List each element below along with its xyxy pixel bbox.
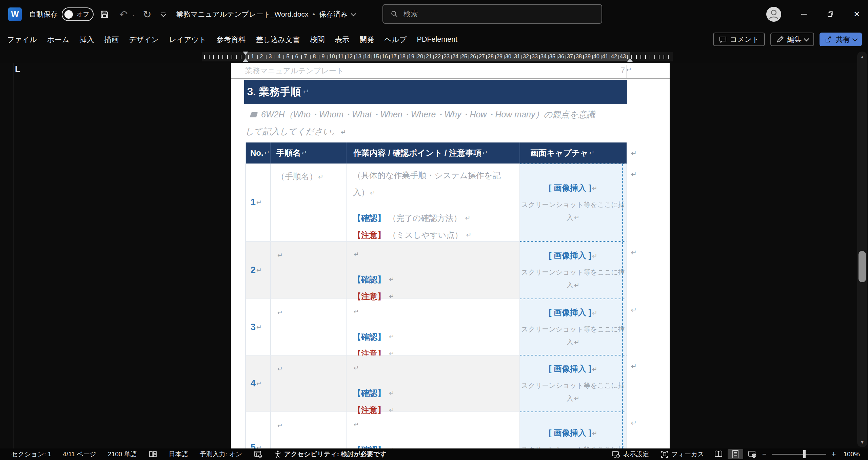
instruction-note[interactable]: 6W2H（Who・Whom・What・When・Where・Why・How・Ho… <box>245 106 628 141</box>
ruler-tick <box>539 55 540 59</box>
comments-button[interactable]: コメント <box>713 33 765 46</box>
document-page[interactable]: 業務マニュアルテンプレート 7 ↵ 3. 業務手順 ↵ 6W2H（Who・Who… <box>231 63 670 448</box>
ruler-tick <box>275 55 275 59</box>
hanging-indent-marker[interactable] <box>243 58 248 62</box>
paragraph-mark: ↵ <box>256 266 262 274</box>
autosave-label: 自動保存 <box>29 0 58 28</box>
share-button[interactable]: 共有 <box>820 33 862 46</box>
capture-cell[interactable]: [ 画像挿入 ]↵スクリーンショット等をここに挿入↵ <box>520 299 627 356</box>
step-name-cell[interactable]: ↵ <box>271 299 347 356</box>
ruler-tick <box>469 55 469 59</box>
header-label: No. <box>250 148 263 158</box>
scroll-down-arrow-icon[interactable]: ▼ <box>857 438 867 446</box>
zoom-level[interactable]: 100% <box>837 451 865 458</box>
word-app-icon[interactable]: W <box>8 7 22 21</box>
vertical-scrollbar[interactable]: ▲ ▼ <box>857 52 867 447</box>
step-name-cell[interactable]: （手順名）↵ <box>271 164 347 242</box>
right-indent-marker[interactable] <box>627 58 633 62</box>
ribbon-tab[interactable]: ファイル <box>2 28 42 50</box>
read-mode-button[interactable] <box>711 449 726 459</box>
row-number-cell[interactable]: 3↵ <box>246 299 271 356</box>
paragraph-mark: ↵ <box>589 149 594 157</box>
capture-cell[interactable]: [ 画像挿入 ]↵スクリーンショット等をここに挿入↵ <box>520 412 627 448</box>
accessibility-status[interactable]: アクセシビリティ: 検討が必要です <box>268 450 392 459</box>
capture-cell[interactable]: [ 画像挿入 ]↵スクリーンショット等をここに挿入↵ <box>520 356 627 412</box>
tab-stop-selector-icon[interactable]: L <box>15 64 20 74</box>
focus-mode-button[interactable]: フォーカス <box>655 450 710 459</box>
web-layout-button[interactable] <box>745 449 760 459</box>
minimize-button[interactable] <box>793 0 814 28</box>
step-name-cell[interactable]: ↵ <box>271 412 347 448</box>
ribbon-tab[interactable]: 表示 <box>330 28 355 50</box>
scrollbar-thumb[interactable] <box>859 251 866 282</box>
print-layout-button[interactable] <box>728 449 743 459</box>
close-button[interactable]: ✕ <box>846 0 867 28</box>
ribbon-tab[interactable]: ホーム <box>42 28 75 50</box>
redo-button[interactable]: ↻ <box>140 0 155 28</box>
capture-cell[interactable]: [ 画像挿入 ]↵スクリーンショット等をここに挿入↵ <box>520 164 627 242</box>
ribbon-tab[interactable]: 開発 <box>355 28 379 50</box>
restore-button[interactable] <box>820 0 841 28</box>
zoom-in-button[interactable]: + <box>830 450 837 459</box>
ribbon-tab[interactable]: 描画 <box>99 28 124 50</box>
section-indicator[interactable]: セクション: 1 <box>5 450 57 459</box>
search-box[interactable] <box>382 4 602 24</box>
page-header-title[interactable]: 業務マニュアルテンプレート <box>245 66 344 76</box>
macro-recording-button[interactable] <box>248 450 268 458</box>
save-button[interactable] <box>97 0 112 28</box>
undo-button[interactable]: ↶ <box>116 0 131 28</box>
ribbon-tab[interactable]: 参考資料 <box>212 28 251 50</box>
left-guide-line <box>14 63 14 448</box>
ruler-tick <box>416 55 416 59</box>
work-content-cell[interactable]: ↵【確認】↵【注意】↵ <box>347 299 520 356</box>
work-content-cell[interactable]: ↵【確認】↵【注意】↵ <box>347 412 520 448</box>
table-header-cell[interactable]: 画面キャプチャ↵ <box>520 142 627 164</box>
ribbon-tab[interactable]: レイアウト <box>164 28 212 50</box>
capture-cell[interactable]: [ 画像挿入 ]↵スクリーンショット等をここに挿入↵ <box>520 242 627 299</box>
paragraph-mark: ↵ <box>482 149 488 157</box>
quick-access-overflow-button[interactable] <box>158 0 168 28</box>
ruler-number: 28 <box>488 54 494 60</box>
first-line-indent-marker[interactable] <box>243 52 248 55</box>
prediction-input-indicator[interactable]: 予測入力: オン <box>194 450 248 459</box>
section-heading-banner[interactable]: 3. 業務手順 ↵ <box>244 80 627 104</box>
undo-dropdown-icon[interactable]: ⌄ <box>131 0 136 28</box>
work-content-cell[interactable]: ↵【確認】↵【注意】↵ <box>347 356 520 412</box>
paragraph-mark: ↵ <box>277 422 283 429</box>
search-icon <box>391 10 398 18</box>
table-header-cell[interactable]: 作業内容 / 確認ポイント / 注意事項↵ <box>347 142 520 164</box>
editing-mode-button[interactable]: 編集 <box>770 33 814 46</box>
display-settings-button[interactable]: 表示設定 <box>606 450 655 459</box>
row-number-cell[interactable]: 4↵ <box>246 356 271 412</box>
row-number-cell[interactable]: 5↵ <box>246 412 271 448</box>
table-header-cell[interactable]: No.↵ <box>246 142 271 164</box>
proofing-status-button[interactable] <box>143 450 163 458</box>
step-name-cell[interactable]: ↵ <box>271 242 347 299</box>
end-of-row-mark: ↵ <box>631 306 637 314</box>
scroll-up-arrow-icon[interactable]: ▲ <box>857 52 867 61</box>
zoom-out-button[interactable]: − <box>761 450 768 459</box>
row-number-cell[interactable]: 1↵ <box>246 164 271 242</box>
ribbon-tab[interactable]: デザイン <box>124 28 164 50</box>
document-title-group[interactable]: 業務マニュアルテンプレート_Word.docx • 保存済み <box>176 0 355 28</box>
ruler-strip[interactable]: 1234567891011121314151617181920212223242… <box>202 52 673 61</box>
ribbon-tab[interactable]: 挿入 <box>75 28 99 50</box>
word-count[interactable]: 2100 単語 <box>102 450 143 459</box>
zoom-slider[interactable] <box>772 454 826 455</box>
ribbon-tab[interactable]: 差し込み文書 <box>251 28 305 50</box>
ribbon-tab[interactable]: PDFelement <box>412 28 463 50</box>
step-name-cell[interactable]: ↵ <box>271 356 347 412</box>
work-content-cell[interactable]: （具体的な作業手順・システム操作を記入）↵【確認】（完了の確認方法）↵【注意】（… <box>347 164 520 242</box>
autosave-toggle[interactable]: オフ <box>62 7 94 21</box>
row-number-cell[interactable]: 2↵ <box>246 242 271 299</box>
language-indicator[interactable]: 日本語 <box>163 450 194 459</box>
page-indicator[interactable]: 4/11 ページ <box>57 450 102 459</box>
zoom-slider-thumb[interactable] <box>803 450 806 458</box>
table-header-cell[interactable]: 手順名↵ <box>271 142 347 164</box>
display-settings-label: 表示設定 <box>623 450 649 459</box>
work-content-cell[interactable]: ↵【確認】↵【注意】↵ <box>347 242 520 299</box>
account-avatar[interactable] <box>766 7 781 22</box>
search-input[interactable] <box>403 9 580 18</box>
ribbon-tab[interactable]: 校閲 <box>305 28 330 50</box>
ribbon-tab[interactable]: ヘルプ <box>379 28 412 50</box>
